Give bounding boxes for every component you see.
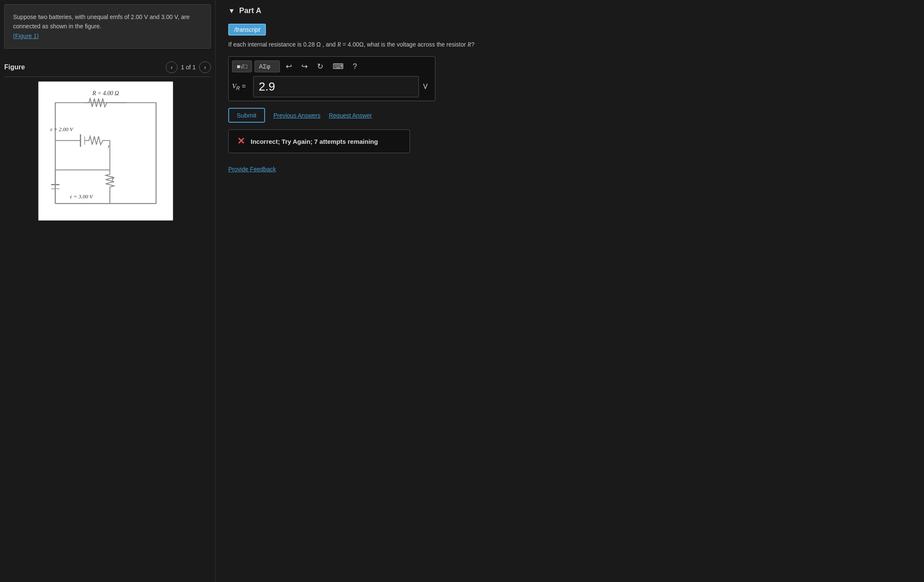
greek-button[interactable]: ΑΣφ xyxy=(254,60,280,72)
help-button[interactable]: ? xyxy=(350,60,361,73)
provide-feedback-link[interactable]: Provide Feedback xyxy=(228,166,276,173)
answer-input[interactable] xyxy=(253,76,419,97)
figure-image: R = 4.00 Ω ε = 2.00 V r xyxy=(38,81,173,221)
part-header: ▼ Part A xyxy=(228,6,911,15)
transcript-button[interactable]: /transcript xyxy=(228,24,266,36)
refresh-button[interactable]: ↻ xyxy=(314,60,327,73)
redo-button[interactable]: ↪ xyxy=(298,60,311,73)
submit-row: Submit Previous Answers Request Answer xyxy=(228,108,911,123)
unit-label: V xyxy=(423,83,432,91)
circuit-diagram: R = 4.00 Ω ε = 2.00 V r xyxy=(43,85,169,217)
request-answer-button[interactable]: Request Answer xyxy=(329,112,372,119)
figure-section: Figure ‹ 1 of 1 › R = 4.00 Ω xyxy=(0,61,215,221)
problem-text-box: Suppose two batteries, with unequal emfs… xyxy=(4,4,211,49)
figure-nav: ‹ 1 of 1 › xyxy=(166,61,211,73)
error-box: ✕ Incorrect; Try Again; 7 attempts remai… xyxy=(228,129,410,153)
right-panel: ▼ Part A /transcript If each internal re… xyxy=(216,0,924,582)
next-figure-button[interactable]: › xyxy=(199,61,211,73)
symbol-button[interactable]: ■√□ xyxy=(232,60,252,72)
math-input-container: ■√□ ΑΣφ ↩ ↪ ↻ ⌨ ? VR = V xyxy=(228,56,435,101)
figure-nav-count: 1 of 1 xyxy=(181,64,196,71)
question-text: If each internal resistance is 0.28 Ω , … xyxy=(228,40,911,49)
figure-link[interactable]: (Figure 1) xyxy=(13,33,39,39)
math-toolbar: ■√□ ΑΣφ ↩ ↪ ↻ ⌨ ? xyxy=(232,60,432,73)
keyboard-button[interactable]: ⌨ xyxy=(329,60,347,73)
left-panel: Suppose two batteries, with unequal emfs… xyxy=(0,0,216,582)
svg-text:R = 4.00 Ω: R = 4.00 Ω xyxy=(92,90,119,96)
vr-label: VR = xyxy=(232,82,249,91)
part-title: Part A xyxy=(239,6,261,15)
previous-answers-button[interactable]: Previous Answers xyxy=(273,112,320,119)
answer-row: VR = V xyxy=(232,76,432,97)
prev-figure-button[interactable]: ‹ xyxy=(166,61,178,73)
svg-text:r: r xyxy=(112,176,115,182)
svg-rect-0 xyxy=(55,103,156,203)
figure-title: Figure xyxy=(4,63,25,71)
error-message: Incorrect; Try Again; 7 attempts remaini… xyxy=(251,138,378,145)
submit-button[interactable]: Submit xyxy=(228,108,265,123)
collapse-icon[interactable]: ▼ xyxy=(228,7,235,15)
figure-header: Figure ‹ 1 of 1 › xyxy=(4,61,211,77)
error-icon: ✕ xyxy=(237,136,245,147)
undo-button[interactable]: ↩ xyxy=(282,60,295,73)
problem-text: Suppose two batteries, with unequal emfs… xyxy=(13,14,189,30)
svg-text:ε = 2.00 V: ε = 2.00 V xyxy=(50,126,74,132)
svg-text:ε = 3.00 V: ε = 3.00 V xyxy=(70,193,94,200)
